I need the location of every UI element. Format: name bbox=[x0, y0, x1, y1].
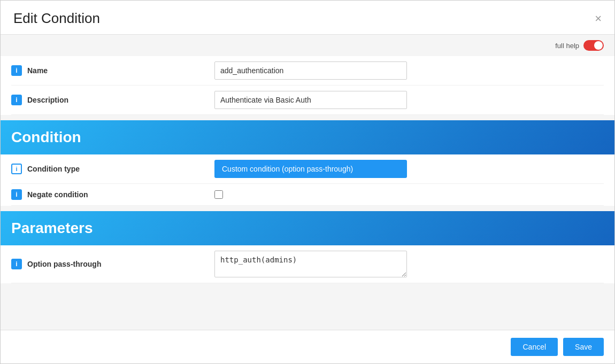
description-row: i Description bbox=[11, 86, 604, 115]
option-passthrough-input[interactable]: http_auth(admins) bbox=[214, 251, 407, 277]
condition-section-title: Condition bbox=[11, 129, 81, 145]
name-info-icon[interactable]: i bbox=[11, 65, 22, 76]
condition-type-label-wrap: i Condition type bbox=[11, 164, 214, 174]
name-label: Name bbox=[27, 66, 48, 75]
description-label: Description bbox=[27, 96, 68, 104]
option-passthrough-label-wrap: i Option pass-through bbox=[11, 259, 214, 269]
modal-footer: Cancel Save bbox=[1, 330, 614, 363]
negate-condition-info-icon[interactable]: i bbox=[11, 189, 22, 200]
parameters-section-title: Parameters bbox=[11, 220, 93, 236]
full-help-toggle[interactable] bbox=[583, 40, 604, 51]
option-passthrough-row: i Option pass-through http_auth(admins) bbox=[11, 245, 604, 283]
name-input[interactable] bbox=[214, 61, 407, 80]
negate-condition-row: i Negate condition bbox=[11, 184, 604, 206]
name-row: i Name bbox=[11, 56, 604, 86]
basic-fields-section: i Name i Description bbox=[1, 56, 614, 115]
parameters-fields-section: i Option pass-through http_auth(admins) bbox=[1, 245, 614, 283]
parameters-section-header: Parameters bbox=[1, 211, 614, 245]
description-input[interactable] bbox=[214, 91, 407, 109]
description-info-icon[interactable]: i bbox=[11, 95, 22, 105]
full-help-bar: full help bbox=[1, 35, 614, 56]
negate-condition-checkbox[interactable] bbox=[214, 190, 223, 199]
condition-section-header: Condition bbox=[1, 120, 614, 154]
name-label-wrap: i Name bbox=[11, 65, 214, 76]
condition-fields-section: i Condition type Custom condition (optio… bbox=[1, 154, 614, 206]
option-passthrough-label: Option pass-through bbox=[27, 260, 101, 268]
modal-title: Edit Condition bbox=[13, 10, 100, 27]
condition-type-row: i Condition type Custom condition (optio… bbox=[11, 154, 604, 184]
edit-condition-modal: Edit Condition × full help i Name i Desc… bbox=[0, 0, 615, 364]
negate-condition-label-wrap: i Negate condition bbox=[11, 189, 214, 200]
condition-type-button[interactable]: Custom condition (option pass-through) bbox=[214, 160, 407, 178]
condition-type-info-icon[interactable]: i bbox=[11, 164, 22, 174]
modal-header: Edit Condition × bbox=[1, 1, 614, 35]
negate-condition-label: Negate condition bbox=[27, 190, 88, 199]
option-passthrough-info-icon[interactable]: i bbox=[11, 259, 22, 269]
modal-body: full help i Name i Description Co bbox=[1, 35, 614, 330]
save-button[interactable]: Save bbox=[563, 338, 604, 356]
description-label-wrap: i Description bbox=[11, 95, 214, 105]
condition-type-label: Condition type bbox=[27, 165, 80, 173]
cancel-button[interactable]: Cancel bbox=[511, 338, 558, 356]
full-help-label: full help bbox=[555, 42, 579, 50]
close-button[interactable]: × bbox=[595, 13, 602, 25]
